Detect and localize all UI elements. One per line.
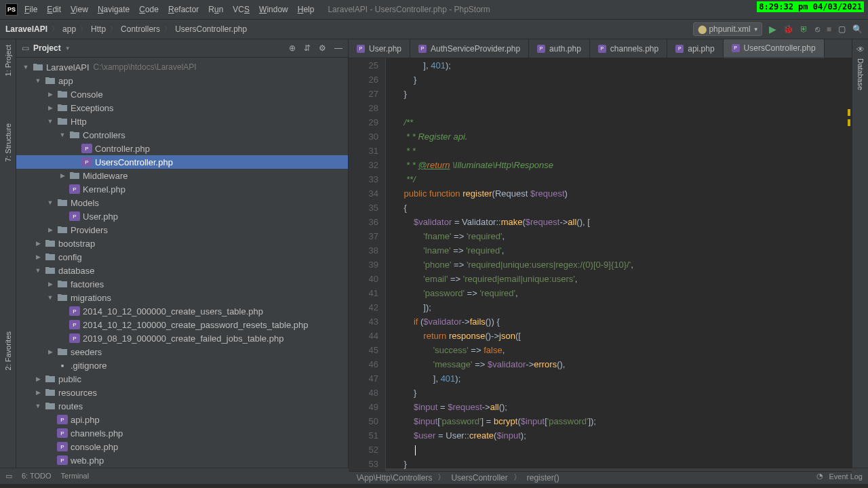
chevron-down-icon[interactable]: ▼	[65, 45, 71, 52]
tree-row[interactable]: P2019_08_19_000000_create_failed_jobs_ta…	[16, 331, 348, 345]
tree-arrow-icon[interactable]	[46, 199, 54, 206]
tree-arrow-icon[interactable]	[34, 267, 42, 274]
menu-file[interactable]: File	[24, 5, 37, 14]
tree-row[interactable]: LaravelAPIC:\xampp\htdocs\LaravelAPI	[16, 60, 348, 74]
breadcrumb-item[interactable]: Http	[91, 24, 106, 34]
code-body[interactable]: ], 401); } } /** * * Register api. * * *…	[386, 58, 852, 471]
status-terminal[interactable]: Terminal	[61, 472, 90, 481]
tree-arrow-icon[interactable]	[46, 91, 54, 98]
menu-navigate[interactable]: Navigate	[98, 5, 130, 14]
tree-row[interactable]: P2014_10_12_100000_create_password_reset…	[16, 318, 348, 331]
editor-tab[interactable]: PUsersController.php	[724, 39, 825, 58]
tree-arrow-icon[interactable]	[34, 389, 42, 396]
tree-row[interactable]: P2014_10_12_000000_create_users_table.ph…	[16, 304, 348, 318]
editor-tab[interactable]: Pauth.php	[529, 39, 590, 58]
tree-arrow-icon[interactable]	[34, 375, 42, 382]
tree-arrow-icon[interactable]	[34, 403, 42, 409]
stop-button[interactable]: ■	[827, 24, 831, 34]
tree-arrow-icon[interactable]	[34, 77, 42, 84]
tree-row[interactable]: Papi.php	[16, 413, 348, 426]
menu-refactor[interactable]: Refactor	[168, 5, 199, 14]
minimize-icon[interactable]: —	[334, 43, 342, 53]
search-button[interactable]: 🔍	[852, 24, 863, 34]
tree-row[interactable]: ▪.gitignore	[16, 359, 348, 372]
status-eventlog[interactable]: Event Log	[829, 472, 863, 481]
editor-tab[interactable]: Pchannels.php	[590, 39, 667, 58]
tree-row[interactable]: PController.php	[16, 142, 348, 155]
tree-row[interactable]: app	[16, 74, 348, 87]
project-tree[interactable]: LaravelAPIC:\xampp\htdocs\LaravelAPIappC…	[16, 58, 348, 468]
tree-row[interactable]: Controllers	[16, 128, 348, 142]
tree-row[interactable]: Models	[16, 196, 348, 209]
tree-arrow-icon[interactable]	[58, 172, 66, 179]
tree-row[interactable]: storage	[16, 467, 348, 468]
layout-button[interactable]: ▢	[838, 24, 846, 34]
tab-database[interactable]: Database	[856, 58, 865, 90]
tree-row[interactable]: PUsersController.php	[16, 155, 348, 169]
tree-row[interactable]: Http	[16, 115, 348, 128]
tab-structure[interactable]: 7: Structure	[4, 123, 12, 162]
tree-row[interactable]: factories	[16, 277, 348, 291]
tree-arrow-icon[interactable]	[58, 131, 66, 138]
tab-favorites[interactable]: 2: Favorites	[4, 331, 12, 370]
tree-arrow-icon[interactable]	[46, 294, 54, 301]
breadcrumb-item[interactable]: UsersController	[451, 473, 507, 483]
code-editor[interactable]: 2526272829303132333435363738394041424344…	[349, 58, 852, 471]
editor-tab[interactable]: PAuthServiceProvider.php	[410, 39, 529, 58]
locate-icon[interactable]: ⊕	[289, 43, 296, 53]
coverage-button[interactable]: ⛨	[800, 24, 808, 34]
tab-project[interactable]: 1: Project	[4, 45, 12, 76]
menu-view[interactable]: View	[71, 5, 88, 14]
tree-arrow-icon[interactable]	[34, 240, 42, 247]
menu-edit[interactable]: Edit	[47, 5, 61, 14]
status-todo[interactable]: 6: TODO	[22, 472, 52, 481]
attach-button[interactable]: ⎋	[815, 24, 820, 34]
tree-arrow-icon[interactable]	[34, 253, 42, 260]
event-log-icon[interactable]: ◔	[816, 472, 823, 481]
tree-row[interactable]: migrations	[16, 291, 348, 304]
tree-arrow-icon[interactable]	[46, 104, 54, 111]
editor-tab[interactable]: PUser.php	[349, 39, 410, 58]
menu-help[interactable]: Help	[298, 5, 315, 14]
run-config-select[interactable]: ⬤ phpunit.xml ▼	[693, 22, 762, 36]
tree-row[interactable]: Middleware	[16, 169, 348, 182]
tree-row[interactable]: Exceptions	[16, 101, 348, 115]
tree-row[interactable]: routes	[16, 399, 348, 413]
tree-row[interactable]: public	[16, 372, 348, 386]
menu-vcs[interactable]: VCS	[233, 5, 250, 14]
breadcrumb-item[interactable]: register()	[527, 473, 559, 483]
debug-button[interactable]: 🐞	[783, 24, 793, 34]
tree-row[interactable]: PUser.php	[16, 209, 348, 223]
tree-row[interactable]: Pchannels.php	[16, 426, 348, 440]
breadcrumb-item[interactable]: \App\Http\Controllers	[357, 473, 432, 483]
tree-row[interactable]: database	[16, 264, 348, 277]
tree-row[interactable]: Pweb.php	[16, 453, 348, 467]
tree-row[interactable]: Console	[16, 87, 348, 101]
tree-arrow-icon[interactable]	[22, 64, 30, 70]
expand-all-icon[interactable]: ⇵	[304, 43, 311, 53]
breadcrumb-item[interactable]: Controllers	[121, 24, 160, 34]
status-button[interactable]: ▭	[5, 472, 12, 481]
tree-arrow-icon[interactable]	[46, 226, 54, 233]
project-header: ▭ Project ▼ ⊕ ⇵ ⚙ —	[16, 39, 348, 58]
run-button[interactable]: ▶	[769, 24, 776, 35]
breadcrumb-item[interactable]: UsersController.php	[175, 24, 247, 34]
menu-run[interactable]: Run	[208, 5, 223, 14]
tree-row[interactable]: seeders	[16, 345, 348, 359]
tree-arrow-icon[interactable]	[46, 348, 54, 355]
gear-icon[interactable]: ⚙	[319, 43, 326, 53]
tree-row[interactable]: PKernel.php	[16, 182, 348, 196]
breadcrumb-item[interactable]: app	[62, 24, 76, 34]
tree-row[interactable]: Providers	[16, 223, 348, 237]
tree-arrow-icon[interactable]	[46, 281, 54, 287]
breadcrumb-item[interactable]: LaravelAPI	[5, 24, 47, 34]
tree-row[interactable]: resources	[16, 386, 348, 399]
tree-arrow-icon[interactable]	[46, 118, 54, 125]
eye-icon[interactable]: 👁	[856, 45, 865, 54]
menu-window[interactable]: Window	[259, 5, 288, 14]
tree-row[interactable]: config	[16, 250, 348, 264]
tree-row[interactable]: Pconsole.php	[16, 440, 348, 453]
menu-code[interactable]: Code	[139, 5, 159, 14]
editor-tab[interactable]: Papi.php	[667, 39, 723, 58]
tree-row[interactable]: bootstrap	[16, 237, 348, 250]
